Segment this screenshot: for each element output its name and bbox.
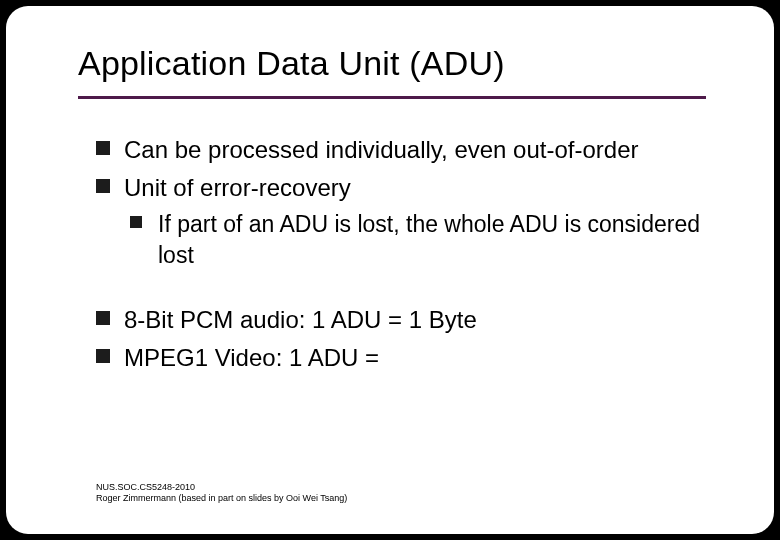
- slide: Application Data Unit (ADU) Can be proce…: [6, 6, 774, 534]
- footer-line-1: NUS.SOC.CS5248-2010: [96, 482, 347, 493]
- square-bullet-icon: [96, 141, 110, 155]
- square-bullet-icon: [130, 216, 142, 228]
- bullet-item: Can be processed individually, even out-…: [96, 134, 716, 166]
- title-divider: [78, 96, 706, 99]
- bullet-text: Unit of error-recovery: [124, 174, 351, 201]
- bullet-item: MPEG1 Video: 1 ADU =: [96, 342, 716, 374]
- bullet-item: 8-Bit PCM audio: 1 ADU = 1 Byte: [96, 304, 716, 336]
- slide-footer: NUS.SOC.CS5248-2010 Roger Zimmermann (ba…: [96, 482, 347, 505]
- footer-line-2: Roger Zimmermann (based in part on slide…: [96, 493, 347, 504]
- square-bullet-icon: [96, 311, 110, 325]
- bullet-text: Can be processed individually, even out-…: [124, 136, 639, 163]
- square-bullet-icon: [96, 349, 110, 363]
- bullet-text: MPEG1 Video: 1 ADU =: [124, 344, 379, 371]
- slide-body: Can be processed individually, even out-…: [96, 134, 716, 379]
- bullet-text: If part of an ADU is lost, the whole ADU…: [158, 211, 700, 267]
- bullet-item: If part of an ADU is lost, the whole ADU…: [130, 209, 716, 270]
- spacer: [96, 276, 716, 304]
- bullet-item: Unit of error-recovery: [96, 172, 716, 204]
- slide-title: Application Data Unit (ADU): [78, 44, 505, 83]
- bullet-text: 8-Bit PCM audio: 1 ADU = 1 Byte: [124, 306, 477, 333]
- square-bullet-icon: [96, 179, 110, 193]
